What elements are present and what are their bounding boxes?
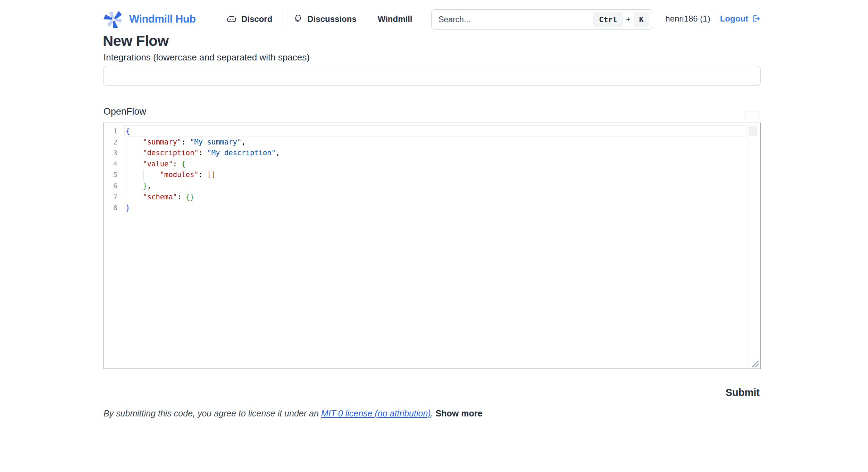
logout-icon (751, 14, 760, 23)
openflow-label: OpenFlow (103, 106, 146, 117)
username: henri186 (1) (665, 14, 710, 24)
brand-home-link[interactable]: Windmill Hub (103, 10, 196, 28)
user-area: henri186 (1) Logout (665, 14, 760, 24)
integrations-label: Integrations (lowercase and separated wi… (103, 52, 310, 63)
nav-item-discussions[interactable]: Discussions (283, 14, 367, 24)
kbd-plus: + (626, 15, 631, 24)
github-discussions-icon (293, 15, 303, 24)
openflow-code-editor[interactable]: 12345678 { "summary": "My summary", "des… (103, 123, 761, 369)
windmill-logo-icon (103, 10, 124, 28)
nav-item-discord[interactable]: Discord (226, 14, 283, 24)
discord-icon (226, 15, 237, 23)
license-note: By submitting this code, you agree to li… (103, 408, 482, 419)
resize-handle-icon[interactable] (751, 359, 760, 368)
overview-ruler-decoration (749, 126, 757, 136)
code-content[interactable]: { "summary": "My summary", "description"… (126, 126, 280, 214)
page-title: New Flow (103, 33, 169, 49)
logout-link[interactable]: Logout (720, 14, 760, 24)
logout-label: Logout (720, 14, 748, 24)
submit-button[interactable]: Submit (726, 387, 760, 398)
kbd-ctrl: Ctrl (593, 12, 623, 27)
brand-title: Windmill Hub (129, 13, 196, 25)
license-text: By submitting this code, you agree to li… (103, 408, 321, 418)
integrations-input[interactable] (103, 66, 761, 86)
nav-label: Discord (241, 14, 272, 24)
scrollbar-boundary (749, 125, 749, 367)
search-input[interactable] (439, 15, 593, 24)
main-nav: Discord Discussions Windmill (226, 10, 423, 28)
page: Windmill Hub Discord Discussions (0, 0, 868, 472)
indent-guide (126, 137, 126, 203)
openflow-toggle[interactable] (744, 111, 760, 120)
license-link[interactable]: MIT-0 license (no attribution) (321, 408, 431, 418)
nav-label: Windmill (378, 14, 412, 24)
show-more-button[interactable]: Show more (436, 408, 483, 418)
line-number-gutter: 12345678 (104, 126, 117, 214)
license-period: . (431, 408, 436, 418)
search-box[interactable]: Ctrl + K (431, 9, 653, 30)
nav-label: Discussions (307, 14, 356, 24)
nav-item-windmill[interactable]: Windmill (367, 14, 423, 24)
kbd-k: K (634, 12, 649, 27)
indent-guide (143, 169, 144, 181)
